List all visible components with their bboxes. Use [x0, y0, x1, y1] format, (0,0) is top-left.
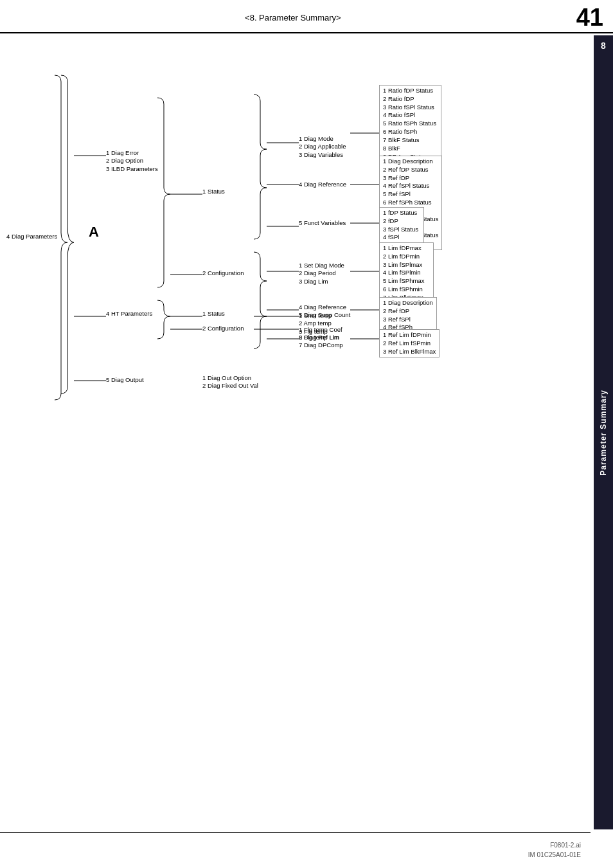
diag-output-node: 5 Diag Output — [106, 376, 144, 384]
right-sidebar: 8 Parameter Summary — [594, 35, 613, 829]
label-a: A — [89, 223, 99, 242]
ref-lim-box: 1 Ref Lim fDPmin 2 Ref Lim fSPmin 3 Ref … — [379, 329, 440, 357]
header-title: <8. Parameter Summary> — [10, 13, 576, 23]
tree-diagram: 4 Diag Parameters A 1 Diag Error2 Diag O… — [6, 43, 553, 461]
diag-mode-node: 1 Diag Mode2 Diag Applicable3 Diag Varia… — [299, 135, 346, 159]
set-diag-node: 1 Set Diag Mode2 Diag Period3 Diag Lim — [299, 262, 344, 285]
diag-error-node: 1 Diag Error2 Diag Option3 ILBD Paramete… — [106, 149, 158, 173]
doc-id: IM 01C25A01-01E — [528, 851, 581, 858]
root-node: 4 Diag Parameters — [6, 233, 57, 240]
ht-flg-node: 1 Flg temp Coef2 Flg temp Lim — [299, 326, 342, 342]
header-page: 41 — [576, 5, 603, 30]
footer: F0801-2.ai IM 01C25A01-01E — [528, 842, 581, 858]
ht-params-node: 4 HT Parameters — [106, 310, 152, 318]
header: <8. Parameter Summary> 41 — [0, 0, 613, 33]
diag-ref4-node: 4 Diag Reference — [299, 181, 346, 188]
diag-out-node: 1 Diag Out Option2 Diag Fixed Out Val — [202, 374, 258, 390]
sidebar-label: Parameter Summary — [599, 390, 608, 476]
status1-node: 1 Status — [202, 188, 225, 195]
main-content: 4 Diag Parameters A 1 Diag Error2 Diag O… — [0, 33, 613, 46]
tree-svg — [6, 43, 553, 461]
ht-config-node: 2 Configuration — [202, 325, 244, 332]
figure-label: F0801-2.ai — [528, 842, 581, 849]
funct-vars-node: 5 Funct Variables — [299, 219, 346, 227]
config2-node: 2 Configuration — [202, 269, 244, 277]
footer-line — [0, 832, 591, 833]
ht-status-node: 1 Status — [202, 310, 225, 318]
